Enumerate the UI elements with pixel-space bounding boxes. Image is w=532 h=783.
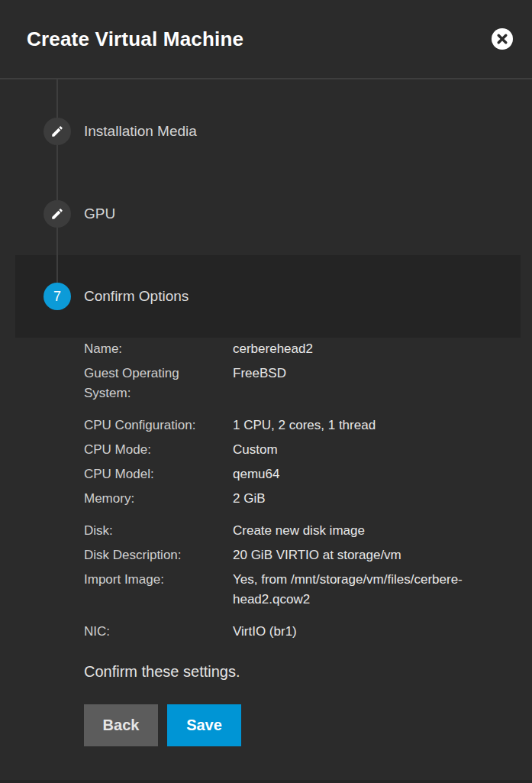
dialog-title: Create Virtual Machine [27, 28, 243, 51]
summary-row-memory: Memory:2 GiB [84, 489, 488, 509]
back-button[interactable]: Back [84, 704, 158, 746]
save-button[interactable]: Save [167, 704, 241, 746]
summary-value: Custom [233, 440, 488, 460]
edit-pencil-icon [44, 200, 71, 228]
step-label: Confirm Options [84, 288, 189, 305]
summary-label: Import Image: [84, 570, 198, 610]
edit-pencil-icon [44, 118, 71, 145]
summary-section: Disk:Create new disk imageDisk Descripti… [84, 521, 488, 610]
summary-row-disk: Disk:Create new disk image [84, 521, 488, 541]
summary-value: qemu64 [233, 464, 488, 484]
step-number-badge: 7 [44, 283, 71, 310]
summary-row-name: Name:cerberehead2 [84, 339, 488, 359]
summary-section: NIC:VirtIO (br1) [84, 622, 488, 642]
summary-value: VirtIO (br1) [233, 622, 488, 642]
create-vm-dialog: Create Virtual Machine Installation Medi… [0, 0, 532, 783]
summary-row-guest-operating-system: Guest Operating System:FreeBSD [84, 364, 488, 403]
summary-row-disk-description: Disk Description:20 GiB VIRTIO at storag… [84, 545, 488, 565]
summary-value: Create new disk image [233, 521, 488, 541]
summary-label: Guest Operating System: [84, 364, 198, 403]
dialog-header: Create Virtual Machine [0, 0, 532, 79]
action-buttons: Back Save [84, 704, 488, 746]
summary-value: FreeBSD [233, 364, 488, 403]
stepper-step-gpu[interactable]: GPU [0, 173, 532, 255]
summary-section: CPU Configuration:1 CPU, 2 cores, 1 thre… [84, 416, 488, 509]
summary-value: cerberehead2 [233, 339, 488, 359]
summary-value: Yes, from /mnt/storage/vm/files/cerbere-… [233, 570, 488, 610]
summary-label: Disk: [84, 521, 198, 541]
close-button[interactable] [492, 28, 513, 50]
summary-label: Name: [84, 339, 198, 359]
confirm-settings-text: Confirm these settings. [84, 663, 488, 681]
summary-value: 1 CPU, 2 cores, 1 thread [233, 416, 488, 435]
summary-row-import-image: Import Image:Yes, from /mnt/storage/vm/f… [84, 570, 488, 610]
summary-row-cpu-mode: CPU Mode:Custom [84, 440, 488, 460]
summary-row-nic: NIC:VirtIO (br1) [84, 622, 488, 642]
step-number: 7 [53, 289, 61, 305]
step-label: GPU [84, 205, 115, 222]
confirm-options-panel: Name:cerberehead2Guest Operating System:… [0, 338, 532, 746]
stepper-step-confirm-options[interactable]: 7Confirm Options [15, 255, 521, 338]
summary-label: Disk Description: [84, 545, 198, 565]
vm-wizard-stepper: Installation MediaGPU7Confirm Options [0, 79, 532, 338]
stepper-step-installation-media[interactable]: Installation Media [0, 90, 532, 173]
step-label: Installation Media [84, 123, 197, 140]
dialog-bottom-edge [0, 780, 532, 783]
summary-label: CPU Mode: [84, 440, 198, 460]
summary-label: NIC: [84, 622, 198, 642]
summary-value: 2 GiB [233, 489, 488, 509]
summary-row-cpu-model: CPU Model:qemu64 [84, 464, 488, 484]
summary-value: 20 GiB VIRTIO at storage/vm [233, 545, 488, 565]
summary-label: CPU Model: [84, 464, 198, 484]
close-icon [492, 28, 513, 50]
summary-section: Name:cerberehead2Guest Operating System:… [84, 339, 488, 403]
summary-row-cpu-configuration: CPU Configuration:1 CPU, 2 cores, 1 thre… [84, 416, 488, 435]
summary-label: CPU Configuration: [84, 416, 198, 435]
stepper-connector-line [56, 79, 58, 283]
summary-label: Memory: [84, 489, 198, 509]
